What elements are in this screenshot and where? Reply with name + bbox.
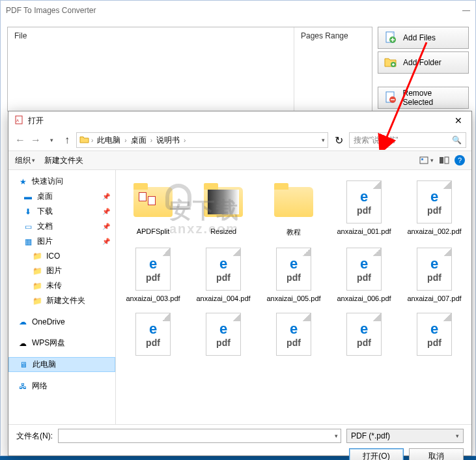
- search-icon: 🔍: [452, 136, 462, 145]
- file-label: anxaizai_007.pdf: [407, 295, 461, 302]
- pdf-file-item[interactable]: epdfanxaizai_005.pdf: [259, 244, 328, 305]
- pin-icon: 📌: [102, 223, 110, 230]
- nav-forward-button[interactable]: →: [29, 134, 42, 147]
- pdf-file-item[interactable]: epdfanxaizai_001.pdf: [329, 177, 399, 240]
- add-files-button[interactable]: Add Files: [378, 27, 469, 49]
- side-buttons: Add Files Add Folder Remove Selected: [378, 27, 469, 111]
- chevron-down-icon[interactable]: ▾: [335, 433, 338, 439]
- breadcrumb-dropdown-icon[interactable]: ▾: [322, 137, 325, 143]
- minimize-icon[interactable]: —: [462, 6, 470, 15]
- tree-pictures2[interactable]: 📁图片: [8, 263, 115, 278]
- preview-pane-button[interactable]: [439, 156, 449, 165]
- breadcrumb-seg-2[interactable]: 说明书: [154, 135, 182, 146]
- tree-network[interactable]: 🖧网络: [8, 379, 115, 394]
- document-icon: ▭: [23, 222, 33, 232]
- window-controls: —: [462, 6, 470, 15]
- file-label: Resized: [210, 227, 236, 235]
- tree-downloads[interactable]: ⬇下载📌: [8, 204, 115, 219]
- pdf-thumb-icon: epdf: [130, 246, 176, 292]
- add-files-label: Add Files: [403, 33, 436, 42]
- pdf-file-item[interactable]: epdfanxaizai_007.pdf: [400, 244, 469, 305]
- search-input[interactable]: 搜索"说明书" 🔍: [349, 132, 466, 148]
- tree-wps[interactable]: ☁WPS网盘: [8, 336, 115, 351]
- pdf-file-item[interactable]: epdf: [119, 309, 188, 362]
- dialog-titlebar: A 打开 ✕: [8, 111, 471, 130]
- pictures-icon: ▦: [23, 237, 33, 247]
- tree-quick-access[interactable]: ★快速访问: [8, 174, 115, 189]
- remove-selected-button[interactable]: Remove Selected: [378, 87, 469, 109]
- tree-desktop[interactable]: ▬桌面📌: [8, 189, 115, 204]
- folder-plus-icon: [384, 55, 398, 70]
- tree-ico[interactable]: 📁ICO: [8, 249, 115, 263]
- tree-unnamed[interactable]: 📁未传: [8, 278, 115, 293]
- svg-rect-8: [420, 157, 428, 164]
- pin-icon: 📌: [102, 193, 110, 200]
- file-label: anxaizai_003.pdf: [126, 295, 180, 302]
- file-label: anxaizai_004.pdf: [196, 295, 250, 302]
- pdf-file-item[interactable]: epdfanxaizai_006.pdf: [329, 244, 399, 305]
- filename-input[interactable]: ▾: [58, 429, 341, 443]
- folder-thumb-icon: [130, 179, 176, 225]
- refresh-button[interactable]: ↻: [331, 132, 346, 148]
- nav-up-button[interactable]: ↑: [61, 134, 74, 147]
- folder-icon: 📁: [32, 281, 42, 291]
- filename-label: 文件名(N):: [16, 431, 53, 442]
- tree-thispc[interactable]: 🖥此电脑: [8, 357, 115, 372]
- pdf-icon: A: [15, 115, 24, 126]
- pdf-thumb-icon: epdf: [412, 179, 457, 225]
- pdf-thumb-icon: epdf: [201, 246, 246, 292]
- pdf-thumb-icon: epdf: [130, 311, 176, 357]
- pdf-thumb-icon: epdf: [271, 311, 316, 357]
- tree-newfolder[interactable]: 📁新建文件夹: [8, 293, 115, 308]
- organize-button[interactable]: 组织 ▾: [15, 155, 35, 166]
- folder-item[interactable]: 教程: [259, 177, 328, 240]
- tree-documents[interactable]: ▭文档📌: [8, 219, 115, 234]
- document-plus-icon: [384, 31, 398, 45]
- file-open-dialog: A 打开 ✕ ← → ▾ ↑ › 此电脑 › 桌面 › 说明书 › ▾ ↻ 搜索…: [8, 111, 472, 456]
- pdf-file-item[interactable]: epdfanxaizai_004.pdf: [189, 244, 258, 305]
- file-list-panel: File Pages Range: [7, 27, 372, 111]
- svg-rect-9: [421, 158, 423, 160]
- app-title: PDF To Images Converter: [6, 6, 96, 15]
- close-icon[interactable]: ✕: [449, 114, 468, 127]
- new-folder-button[interactable]: 新建文件夹: [44, 155, 83, 166]
- dialog-nav: ← → ▾ ↑ › 此电脑 › 桌面 › 说明书 › ▾ ↻ 搜索"说明书" 🔍: [8, 130, 471, 151]
- add-folder-button[interactable]: Add Folder: [378, 51, 469, 74]
- pdf-file-item[interactable]: epdf: [189, 309, 258, 362]
- pdf-file-item[interactable]: epdf: [259, 309, 328, 362]
- folder-item[interactable]: Resized: [189, 177, 258, 240]
- pin-icon: 📌: [102, 238, 110, 245]
- folder-item[interactable]: APDFSplit: [119, 177, 188, 240]
- pdf-file-item[interactable]: epdfanxaizai_003.pdf: [119, 244, 188, 305]
- file-type-filter[interactable]: PDF (*.pdf) ▾: [346, 429, 464, 443]
- breadcrumb-seg-0[interactable]: 此电脑: [94, 135, 123, 146]
- pdf-file-item[interactable]: epdf: [400, 309, 469, 362]
- file-label: anxaizai_001.pdf: [337, 227, 391, 235]
- svg-rect-11: [445, 157, 449, 164]
- nav-recent-button[interactable]: ▾: [45, 134, 58, 147]
- breadcrumb-seg-1[interactable]: 桌面: [128, 135, 149, 146]
- search-placeholder: 搜索"说明书": [354, 135, 399, 146]
- dialog-toolbar: 组织 ▾ 新建文件夹 ▾ ?: [8, 151, 471, 170]
- chevron-down-icon: ▾: [456, 433, 459, 439]
- file-label: anxaizai_005.pdf: [266, 295, 320, 302]
- pdf-file-item[interactable]: epdf: [329, 309, 399, 362]
- document-minus-icon: [384, 91, 397, 105]
- folder-icon: [79, 135, 90, 146]
- help-button[interactable]: ?: [455, 155, 465, 165]
- cloud-icon: ☁: [18, 317, 28, 327]
- app-titlebar: PDF To Images Converter —: [1, 1, 475, 20]
- pdf-file-item[interactable]: epdfanxaizai_002.pdf: [400, 177, 469, 240]
- folder-icon: 📁: [32, 296, 42, 306]
- tree-pictures[interactable]: ▦图片📌: [8, 234, 115, 249]
- breadcrumb[interactable]: › 此电脑 › 桌面 › 说明书 › ▾: [76, 132, 328, 148]
- add-folder-label: Add Folder: [403, 58, 441, 67]
- cancel-button[interactable]: 取消: [409, 448, 464, 460]
- nav-back-button[interactable]: ←: [14, 134, 27, 147]
- open-button[interactable]: 打开(O): [349, 448, 404, 460]
- file-label: 教程: [287, 227, 301, 237]
- tree-onedrive[interactable]: ☁OneDrive: [8, 315, 115, 329]
- pages-range-header: Pages Range: [294, 27, 372, 111]
- view-options-button[interactable]: ▾: [419, 156, 434, 165]
- pdf-thumb-icon: epdf: [412, 246, 457, 292]
